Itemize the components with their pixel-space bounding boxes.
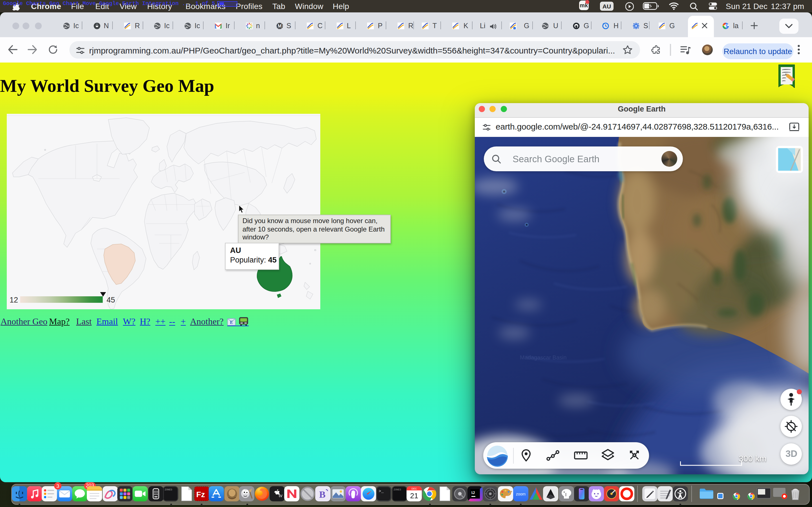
svg-text:ZONES: ZONES — [165, 489, 172, 491]
svg-text:ZONES: ZONES — [393, 489, 401, 491]
svg-text:M: M — [278, 23, 282, 28]
svg-text:12: 12 — [10, 296, 18, 304]
svg-text:DEC: DEC — [411, 487, 417, 490]
svg-text:Madagascar Basin: Madagascar Basin — [520, 354, 567, 360]
svg-text:zoom: zoom — [516, 492, 525, 496]
svg-text:IJ: IJ — [471, 490, 474, 495]
svg-text:B: B — [319, 489, 326, 500]
svg-text:tv: tv — [278, 493, 283, 498]
svg-text:Fz: Fz — [196, 490, 205, 499]
svg-text:21: 21 — [410, 492, 418, 500]
svg-text:>_: >_ — [378, 489, 384, 494]
svg-text:E: E — [230, 320, 233, 325]
svg-text:45: 45 — [107, 296, 115, 304]
